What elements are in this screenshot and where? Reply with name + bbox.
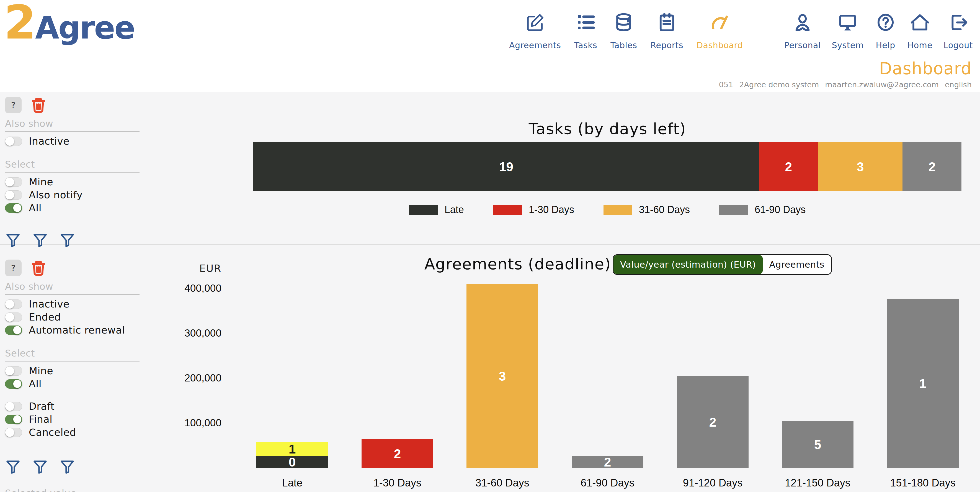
session-context-line: 0512Agree demo systemmaarten.zwaluw@2agr… <box>719 80 972 89</box>
toggle-switch[interactable] <box>5 299 22 309</box>
agreements-filter-panel: ?Also showInactiveEndedAutomatic renewal… <box>5 258 140 492</box>
toggle-switch[interactable] <box>5 137 22 146</box>
filter-funnel-icon[interactable] <box>32 232 48 248</box>
toggle-knob <box>5 177 14 187</box>
toggle-row-all[interactable]: All <box>5 377 140 390</box>
view-toggle-agreements-button[interactable]: Agreements <box>763 255 831 274</box>
trash-icon[interactable] <box>29 96 48 114</box>
nav-item-agreements[interactable]: Agreements <box>509 12 561 50</box>
agreements-bar-121-150-days[interactable]: 5 <box>782 421 853 468</box>
toggle-row-inactive[interactable]: Inactive <box>5 135 140 148</box>
toggle-knob <box>5 300 14 308</box>
toggle-switch[interactable] <box>5 379 22 389</box>
nav-item-logout[interactable]: Logout <box>943 12 973 50</box>
bar-segment[interactable]: 2 <box>572 456 643 468</box>
context-part: 2Agree demo system <box>739 80 819 89</box>
legend-item: Late <box>409 204 464 216</box>
toggle-switch[interactable] <box>5 177 22 187</box>
bar-segment[interactable]: 1 <box>256 442 328 456</box>
nav-item-system[interactable]: System <box>832 12 864 50</box>
filter-section-title: Also show <box>5 118 140 129</box>
dashboard-icon <box>709 12 730 34</box>
toggle-row-automatic-renewal[interactable]: Automatic renewal <box>5 324 140 337</box>
system-icon <box>837 12 859 34</box>
toggle-switch[interactable] <box>5 402 22 411</box>
app-header: 2 Agree AgreementsTasksTablesReportsDash… <box>0 0 980 92</box>
nav-item-home[interactable]: Home <box>907 12 933 50</box>
toggle-switch[interactable] <box>5 190 22 200</box>
toggle-knob <box>5 366 14 375</box>
agreements-bar-61-90-days[interactable]: 2 <box>572 456 643 468</box>
agreements-bar-91-120-days[interactable]: 2 <box>677 376 749 468</box>
filter-section: SelectMineAllDraftFinalCanceled <box>5 348 140 439</box>
agreements-bar-151-180-days[interactable]: 1 <box>887 299 959 468</box>
filter-funnel-icon[interactable] <box>5 232 21 248</box>
trash-icon[interactable] <box>29 259 48 277</box>
filter-funnel-icon[interactable] <box>59 232 75 248</box>
section-rule <box>5 131 140 132</box>
help-button[interactable]: ? <box>5 260 22 276</box>
nav-item-tables[interactable]: Tables <box>611 12 637 50</box>
toggle-switch[interactable] <box>5 313 22 322</box>
toggle-switch[interactable] <box>5 326 22 335</box>
nav-item-dashboard[interactable]: Dashboard <box>697 12 743 50</box>
agreements-bar-late[interactable]: 10 <box>256 442 328 468</box>
reports-icon <box>656 12 678 34</box>
filter-funnel-icon[interactable] <box>59 458 75 474</box>
toggle-row-inactive[interactable]: Inactive <box>5 297 140 311</box>
toggle-row-all[interactable]: All <box>5 201 140 214</box>
filter-funnel-icon[interactable] <box>32 458 48 474</box>
view-toggle-value-button[interactable]: Value/year (estimation) (EUR) <box>614 255 763 274</box>
toggle-row-final[interactable]: Final <box>5 413 140 426</box>
filter-funnel-icon[interactable] <box>5 458 21 474</box>
toggle-switch[interactable] <box>5 428 22 437</box>
bar-segment[interactable]: 3 <box>466 284 538 468</box>
bar-segment[interactable]: 2 <box>361 439 433 468</box>
legend-item: 61-90 Days <box>719 204 806 216</box>
toggle-row-ended[interactable]: Ended <box>5 311 140 324</box>
toggle-switch[interactable] <box>5 203 22 213</box>
toggle-row-draft[interactable]: Draft <box>5 400 140 413</box>
agreements-icon <box>524 12 546 34</box>
nav-group-primary: AgreementsTasksTablesReportsDashboard <box>509 12 743 50</box>
app-logo[interactable]: 2 Agree <box>4 5 135 41</box>
bar-segment[interactable]: 5 <box>782 421 853 468</box>
agreements-bar-31-60-days[interactable]: 3 <box>466 284 538 468</box>
help-button[interactable]: ? <box>5 97 22 113</box>
bar-segment[interactable]: 1 <box>887 299 959 468</box>
agreements-bar-1-30-days[interactable]: 2 <box>361 439 433 468</box>
toggle-knob <box>5 137 14 146</box>
toggle-row-also-notify[interactable]: Also notify <box>5 188 140 201</box>
nav-label: Help <box>876 40 895 50</box>
toggle-row-canceled[interactable]: Canceled <box>5 426 140 439</box>
section-rule <box>5 172 140 173</box>
tasks-icon <box>575 12 597 34</box>
bar-segment[interactable]: 2 <box>677 376 749 468</box>
y-axis-tick-label: 400,000 <box>144 283 221 294</box>
nav-item-reports[interactable]: Reports <box>650 12 683 50</box>
section-rule <box>5 361 140 361</box>
toggle-row-mine[interactable]: Mine <box>5 175 140 188</box>
nav-item-help[interactable]: Help <box>875 12 896 50</box>
tasks-bar-segment-61-90-days[interactable]: 2 <box>902 142 961 191</box>
tasks-bar-segment-late[interactable]: 19 <box>253 142 759 191</box>
toggle-label: Ended <box>29 311 61 323</box>
toggle-label: Canceled <box>29 427 76 438</box>
x-axis-category-label: 31-60 Days <box>450 477 555 489</box>
nav-item-personal[interactable]: Personal <box>784 12 821 50</box>
y-axis-unit-label: EUR <box>177 263 243 274</box>
bar-segment[interactable]: 0 <box>256 456 328 468</box>
toggle-switch[interactable] <box>5 415 22 424</box>
toggle-switch[interactable] <box>5 366 22 375</box>
legend-item: 31-60 Days <box>603 204 690 216</box>
nav-label: Reports <box>650 40 683 50</box>
toggle-knob <box>13 326 22 335</box>
legend-swatch <box>493 205 522 215</box>
tasks-bar-segment-1-30-days[interactable]: 2 <box>759 142 818 191</box>
nav-item-tasks[interactable]: Tasks <box>574 12 597 50</box>
toggle-label: Mine <box>29 176 53 188</box>
legend-label: 31-60 Days <box>639 204 690 216</box>
toggle-row-mine[interactable]: Mine <box>5 364 140 377</box>
toggle-label: Mine <box>29 365 53 377</box>
tasks-bar-segment-31-60-days[interactable]: 3 <box>818 142 902 191</box>
